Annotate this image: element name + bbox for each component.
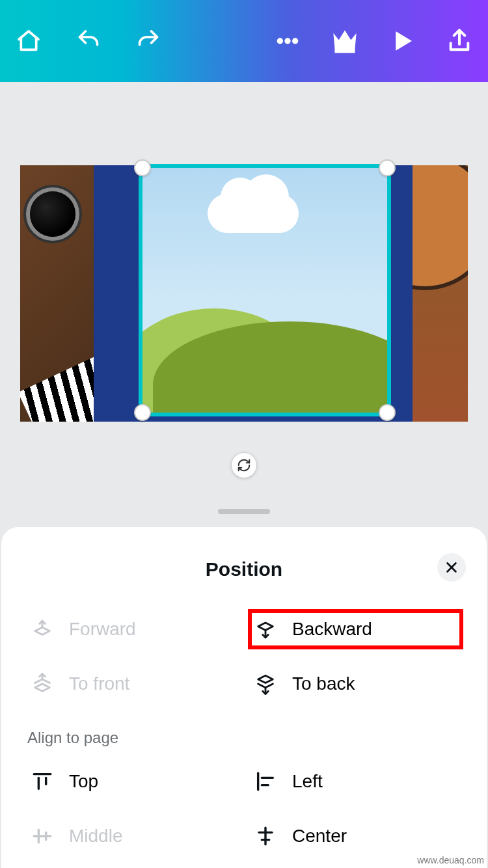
- option-label: Center: [292, 826, 347, 847]
- option-label: To front: [69, 673, 129, 694]
- redo-icon: [134, 29, 163, 53]
- resize-handle-br[interactable]: [379, 404, 396, 421]
- align-middle-option: Middle: [27, 819, 237, 854]
- undo-icon: [74, 29, 103, 53]
- home-button[interactable]: [13, 25, 44, 57]
- top-toolbar: [0, 0, 488, 82]
- share-icon: [446, 28, 472, 54]
- panel-header: Position: [27, 553, 461, 586]
- watermark: www.deuaq.com: [417, 855, 484, 865]
- forward-option: Forward: [27, 612, 237, 647]
- more-icon: [275, 28, 301, 54]
- resize-handle-tl[interactable]: [134, 159, 151, 176]
- design-canvas[interactable]: [20, 165, 468, 422]
- panel-title: Position: [206, 558, 282, 580]
- align-top-icon: [30, 770, 55, 793]
- to-front-option: To front: [27, 666, 237, 701]
- align-left-icon: [253, 770, 278, 793]
- undo-button[interactable]: [73, 25, 104, 57]
- redo-button[interactable]: [133, 25, 164, 57]
- share-button[interactable]: [444, 25, 475, 57]
- option-label: To back: [292, 673, 355, 694]
- align-left-option[interactable]: Left: [251, 764, 461, 799]
- backward-option[interactable]: Backward: [251, 612, 461, 647]
- crown-icon: [331, 27, 359, 55]
- svg-point-0: [278, 38, 283, 44]
- close-icon: [444, 560, 459, 575]
- cloud-shape: [208, 194, 299, 233]
- align-middle-icon: [30, 825, 55, 847]
- bg-slice-right: [413, 165, 468, 422]
- close-panel-button[interactable]: [437, 553, 466, 582]
- align-options: Top Left Middle Center: [27, 764, 461, 854]
- toolbar-left-group: [13, 25, 164, 57]
- selected-element[interactable]: [139, 164, 391, 416]
- align-center-option[interactable]: Center: [251, 819, 461, 854]
- option-label: Middle: [69, 826, 122, 847]
- play-icon: [390, 29, 414, 53]
- toolbar-right-group: [272, 25, 475, 57]
- bg-slice-left: [20, 165, 94, 422]
- landscape-image: [142, 168, 387, 413]
- align-center-icon: [253, 825, 278, 847]
- option-label: Left: [292, 771, 323, 792]
- home-icon: [16, 28, 42, 54]
- svg-point-2: [293, 38, 298, 44]
- option-label: Backward: [292, 619, 372, 640]
- play-button[interactable]: [386, 25, 418, 57]
- layering-options: Forward Backward To front To back: [27, 612, 461, 701]
- resize-handle-bl[interactable]: [134, 404, 151, 421]
- option-label: Forward: [69, 619, 136, 640]
- resize-handle-tr[interactable]: [379, 159, 396, 176]
- to-back-option[interactable]: To back: [251, 666, 461, 701]
- layer-to-back-icon: [253, 673, 278, 695]
- rotate-icon: [237, 458, 251, 472]
- position-panel: Position Forward Backward To front: [1, 527, 487, 868]
- premium-button[interactable]: [329, 25, 360, 57]
- layer-to-front-icon: [30, 673, 55, 695]
- more-button[interactable]: [272, 25, 303, 57]
- layer-forward-icon: [30, 618, 55, 640]
- align-top-option[interactable]: Top: [27, 764, 237, 799]
- align-section-label: Align to page: [27, 729, 461, 747]
- layer-backward-icon: [253, 618, 278, 640]
- svg-rect-3: [335, 49, 354, 53]
- option-label: Top: [69, 771, 98, 792]
- svg-point-1: [285, 38, 290, 44]
- rotate-button[interactable]: [231, 452, 257, 478]
- panel-drag-handle[interactable]: [218, 509, 270, 514]
